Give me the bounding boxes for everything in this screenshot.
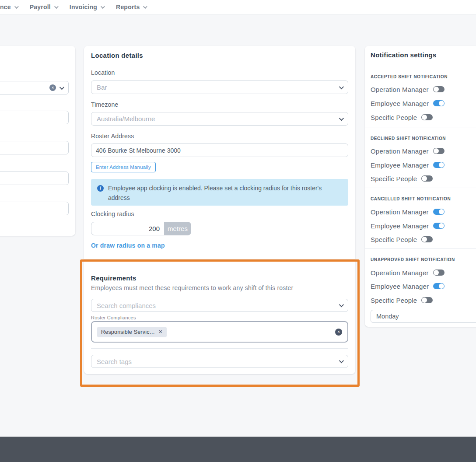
notification-section-heading: DECLINED SHIFT NOTIFICATION [371,136,446,141]
operation-manager-toggle[interactable] [433,86,444,92]
timezone-label: Timezone [91,101,119,108]
notification-row: Specific People [371,174,433,183]
location-details-card: Location details Location Bar Timezone A… [84,46,355,374]
roster-address-field[interactable] [91,144,348,157]
draw-radius-link[interactable]: Or draw radius on a map [91,242,165,249]
clocking-radius-group: metres [91,222,191,235]
app-screen: nce Payroll Invoicing Reports ✕ [0,0,476,462]
employee-manager-toggle[interactable] [433,162,444,168]
row-label: Operation Manager [371,147,429,155]
nav-item-reports[interactable]: Reports [116,4,146,10]
notification-row: Operation Manager [371,84,444,94]
nav-item-label: Reports [116,4,140,10]
enter-address-manually-button[interactable]: Enter Address Manually [91,162,156,172]
left-panel-select[interactable]: ✕ [0,81,69,94]
location-details-title: Location details [91,52,143,59]
search-compliances-select[interactable]: Search compliances [91,299,348,312]
row-label: Employee Manager [371,161,429,169]
day-select[interactable]: Monday [371,310,476,323]
row-label: Operation Manager [371,86,429,93]
section-divider [365,188,476,188]
location-select-value: Bar [97,84,339,91]
left-panel-input-2[interactable] [0,141,68,154]
notification-settings-title: Notification settings [371,51,436,59]
roster-compliances-label: Roster Compliances [91,315,136,320]
clear-compliances-icon[interactable]: ✕ [335,329,342,336]
requirements-divider [91,348,348,349]
roster-address-input[interactable] [91,144,348,157]
left-panel-input-1[interactable] [0,111,69,124]
notification-row: Specific People [371,112,433,122]
clocking-info-alert: i Employee app clocking is enabled. Plea… [91,179,348,206]
section-divider [365,127,476,127]
clocking-radius-label: Clocking radius [91,210,134,217]
chevron-down-icon [14,4,19,9]
search-compliances-placeholder: Search compliances [97,302,339,309]
day-select-value: Monday [376,313,474,320]
clocking-radius-field[interactable] [91,222,164,235]
nav-item-payroll[interactable]: Payroll [30,4,57,10]
nav-item-label: Invoicing [70,4,97,10]
notification-row: Operation Manager [371,268,444,277]
chevron-down-icon [339,84,344,89]
timezone-select-value: Australia/Melbourne [97,115,339,122]
notification-row: Employee Manager [371,160,444,170]
left-panel-input-3[interactable] [0,172,69,185]
employee-manager-toggle[interactable] [433,100,444,106]
section-divider [84,259,355,259]
requirements-subtitle: Employees must meet these requirements t… [91,284,348,291]
row-label: Operation Manager [371,208,429,216]
left-panel-input-1[interactable] [0,111,68,124]
search-tags-select[interactable]: Search tags [91,355,348,368]
left-panel-input-4[interactable] [0,202,69,215]
specific-people-toggle[interactable] [421,114,433,120]
clocking-info-text: Employee app clocking is enabled. Please… [108,183,342,201]
section-divider [365,248,476,249]
compliance-tag: Responsible Servic… ✕ [97,327,167,337]
location-label: Location [91,69,115,76]
row-label: Specific People [371,175,417,182]
employee-manager-toggle[interactable] [433,283,444,289]
employee-manager-toggle[interactable] [433,223,444,229]
nav-item-invoicing[interactable]: Invoicing [70,4,104,10]
clear-icon[interactable]: ✕ [49,84,56,91]
chevron-down-icon [60,84,64,89]
chevron-down-icon [339,116,344,120]
chevron-down-icon [101,4,105,9]
timezone-select[interactable]: Australia/Melbourne [91,112,348,126]
location-select[interactable]: Bar [91,80,348,94]
chevron-down-icon [339,302,344,307]
notification-settings-card: Notification settings ACCEPTED SHIFT NOT… [365,46,476,327]
operation-manager-toggle[interactable] [433,209,444,215]
metres-addon: metres [164,222,191,235]
remove-tag-icon[interactable]: ✕ [158,329,162,335]
row-label: Specific People [371,114,417,121]
row-label: Operation Manager [371,269,429,276]
info-icon: i [97,185,104,192]
roster-compliances-box[interactable]: Responsible Servic… ✕ ✕ [91,321,348,343]
specific-people-toggle[interactable] [421,236,433,242]
chevron-down-icon [339,358,344,363]
nav-item-compliance[interactable]: nce [0,4,18,10]
notification-row: Operation Manager [371,207,444,217]
search-tags-placeholder: Search tags [97,358,339,365]
row-label: Specific People [371,297,417,304]
clocking-radius-input[interactable] [91,222,164,235]
left-panel-input-2[interactable] [0,141,69,154]
requirements-title: Requirements [91,274,136,282]
left-panel-input-4[interactable] [0,202,68,215]
top-nav: nce Payroll Invoicing Reports [0,0,476,14]
row-label: Employee Manager [371,222,429,230]
roster-address-label: Roster Address [91,133,134,140]
specific-people-toggle[interactable] [421,297,433,303]
notification-section-heading: ACCEPTED SHIFT NOTIFICATION [371,74,448,79]
notification-section-heading: UNAPPROVED SHIFT NOTIFICATION [371,257,455,262]
row-label: Specific People [371,236,417,243]
operation-manager-toggle[interactable] [433,148,444,154]
left-panel-input-3[interactable] [0,172,68,185]
chevron-down-icon [143,4,147,9]
operation-manager-toggle[interactable] [433,270,444,276]
nav-item-label: Payroll [30,4,51,10]
specific-people-toggle[interactable] [421,175,433,182]
compliance-tag-label: Responsible Servic… [101,329,155,335]
